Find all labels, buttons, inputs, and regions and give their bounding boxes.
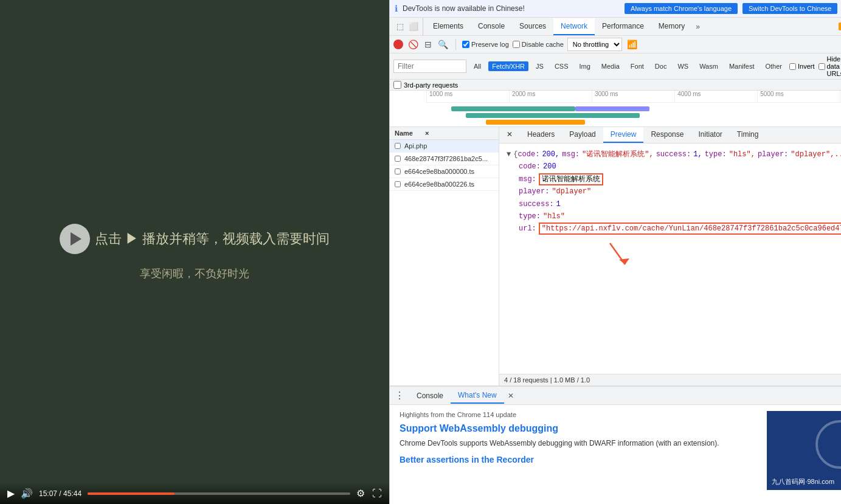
whats-new-image: 九八首码网·98ni.com new bbox=[767, 411, 841, 490]
disable-cache-checkbox[interactable] bbox=[513, 41, 520, 48]
url-highlight: "https://api.nxflv.com/cache/YunLian/468… bbox=[539, 223, 841, 235]
settings-button[interactable]: ⚙ bbox=[356, 488, 365, 499]
msg-highlight: 诺讯智能解析系统 bbox=[539, 173, 603, 185]
tab-memory[interactable]: Memory bbox=[651, 18, 692, 35]
arrow-annotation bbox=[507, 238, 841, 282]
filter-manifest[interactable]: Manifest bbox=[725, 61, 758, 71]
fullscreen-button[interactable]: ⛶ bbox=[372, 488, 382, 499]
info-bar-text: DevTools is now available in Chinese! bbox=[403, 4, 620, 13]
preview-tabs: ✕ Headers Payload Preview Response Initi… bbox=[499, 127, 841, 143]
preserve-log-checkbox[interactable] bbox=[462, 41, 469, 48]
main-panel: Name × Api.php 468e28747f3f72861ba2c5...… bbox=[390, 127, 841, 385]
filter-icon[interactable]: ⊟ bbox=[423, 38, 433, 50]
inspect-icon[interactable]: ⬚ bbox=[395, 20, 406, 33]
ruler-5000: 5000 ms bbox=[757, 91, 840, 102]
search-icon[interactable]: 🔍 bbox=[437, 38, 449, 50]
filter-fetch-xhr[interactable]: Fetch/XHR bbox=[488, 61, 528, 71]
file-list: Name × Api.php 468e28747f3f72861ba2c5...… bbox=[390, 127, 499, 385]
json-toggle[interactable]: ▼ bbox=[507, 148, 511, 161]
tab-elements[interactable]: Elements bbox=[426, 18, 471, 35]
ruler-1000: 1000 ms bbox=[426, 91, 509, 102]
video-title-row: 点击 ▶ 播放并稍等，视频载入需要时间 bbox=[60, 224, 330, 254]
wifi-icon: 📶 bbox=[626, 38, 639, 50]
info-bar: ℹ DevTools is now available in Chinese! … bbox=[390, 0, 841, 18]
img-overlay-text: 九八首码网·98ni.com bbox=[772, 477, 834, 486]
play-button[interactable]: ▶ bbox=[7, 488, 15, 499]
file-item-e664-000[interactable]: e664ce9e8ba000000.ts bbox=[390, 165, 499, 178]
play-icon bbox=[60, 224, 90, 254]
third-party-row: 3rd-party requests bbox=[390, 80, 841, 91]
devtools-tabs: ⬚ ⬜ Elements Console Sources Network Per… bbox=[390, 18, 841, 36]
throttle-select[interactable]: No throttling bbox=[567, 38, 622, 51]
filter-img[interactable]: Img bbox=[576, 61, 594, 71]
json-type-line: type: "hls" bbox=[507, 210, 841, 223]
file-item-api[interactable]: Api.php bbox=[390, 140, 499, 153]
progress-bar[interactable] bbox=[88, 492, 350, 495]
filter-doc[interactable]: Doc bbox=[651, 61, 671, 71]
disable-cache-label: Disable cache bbox=[513, 41, 564, 48]
filter-ws[interactable]: WS bbox=[674, 61, 692, 71]
file-item-468[interactable]: 468e28747f3f72861ba2c5... bbox=[390, 153, 499, 165]
filter-js[interactable]: JS bbox=[532, 61, 547, 71]
tab-console-bottom[interactable]: Console bbox=[409, 388, 451, 403]
invert-label: Invert bbox=[789, 63, 815, 70]
file-checkbox-468[interactable] bbox=[395, 156, 401, 162]
timeline-ruler: 1000 ms 2000 ms 3000 ms 4000 ms 5000 ms … bbox=[426, 91, 841, 103]
feature2-heading: Better assertions in the Recorder bbox=[400, 455, 757, 464]
invert-checkbox[interactable] bbox=[789, 63, 796, 70]
ruler-2000: 2000 ms bbox=[509, 91, 592, 102]
clear-icon[interactable]: 🚫 bbox=[407, 38, 420, 50]
tab-whats-new-close[interactable]: ✕ bbox=[504, 388, 517, 403]
tab-more[interactable]: » bbox=[692, 19, 704, 35]
tab-icons: ⬚ ⬜ bbox=[392, 18, 423, 35]
preview-panel: ✕ Headers Payload Preview Response Initi… bbox=[499, 127, 841, 385]
tab-console[interactable]: Console bbox=[471, 18, 512, 35]
json-msg-line: msg: 诺讯智能解析系统 bbox=[507, 173, 841, 185]
tab-timing[interactable]: Timing bbox=[730, 127, 766, 143]
filter-other[interactable]: Other bbox=[761, 61, 786, 71]
bottom-tabs: ⋮ Console What's New ✕ ✕ bbox=[390, 387, 841, 405]
feature1-desc: Chrome DevTools supports WebAssembly deb… bbox=[400, 438, 757, 449]
video-title: 点击 ▶ 播放并稍等，视频载入需要时间 bbox=[95, 230, 330, 248]
filter-wasm[interactable]: Wasm bbox=[696, 61, 722, 71]
file-checkbox-e664-000[interactable] bbox=[395, 168, 401, 174]
tab-close-preview[interactable]: ✕ bbox=[499, 127, 520, 143]
json-summary-line: ▼ { code: 200, msg: "诺讯智能解析系统", success:… bbox=[507, 148, 841, 161]
filter-row-right: Invert Hide data URLs Has blocked cookie… bbox=[789, 55, 841, 77]
tab-performance[interactable]: Performance bbox=[595, 18, 651, 35]
third-party-checkbox[interactable] bbox=[393, 81, 401, 89]
filter-row: All Fetch/XHR JS CSS Img Media Font Doc … bbox=[390, 54, 841, 80]
video-content: 点击 ▶ 播放并稍等，视频载入需要时间 享受闲暇，不负好时光 bbox=[60, 224, 330, 281]
network-toolbar: 🚫 ⊟ 🔍 Preserve log Disable cache No thro… bbox=[390, 36, 841, 54]
record-button[interactable] bbox=[393, 40, 403, 49]
match-language-button[interactable]: Always match Chrome's language bbox=[625, 3, 738, 14]
bottom-dots-icon[interactable]: ⋮ bbox=[390, 387, 409, 404]
tab-network[interactable]: Network bbox=[553, 18, 595, 35]
tab-sources[interactable]: Sources bbox=[512, 18, 553, 35]
filter-css[interactable]: CSS bbox=[551, 61, 572, 71]
filter-input[interactable] bbox=[393, 60, 466, 73]
file-item-e664-226[interactable]: e664ce9e8ba000226.ts bbox=[390, 178, 499, 191]
tab-badges: ⚠ 1 🚫 3 bbox=[839, 22, 841, 30]
whats-new-content: Highlights from the Chrome 114 update Su… bbox=[390, 405, 841, 504]
tab-initiator[interactable]: Initiator bbox=[691, 127, 729, 143]
filter-media[interactable]: Media bbox=[598, 61, 623, 71]
switch-language-button[interactable]: Switch DevTools to Chinese bbox=[742, 3, 837, 14]
timeline-bars bbox=[426, 104, 841, 126]
volume-button[interactable]: 🔊 bbox=[21, 488, 33, 499]
json-url-line: url: "https://api.nxflv.com/cache/YunLia… bbox=[507, 223, 841, 235]
tl-bar-1 bbox=[451, 106, 575, 111]
ruler-4000: 4000 ms bbox=[674, 91, 757, 102]
tab-headers[interactable]: Headers bbox=[520, 127, 562, 143]
file-checkbox-e664-226[interactable] bbox=[395, 181, 401, 187]
tab-whats-new[interactable]: What's New bbox=[451, 388, 504, 404]
file-checkbox-api[interactable] bbox=[395, 143, 401, 149]
json-success-line: success: 1 bbox=[507, 198, 841, 210]
tab-payload[interactable]: Payload bbox=[562, 127, 603, 143]
filter-all[interactable]: All bbox=[470, 61, 485, 71]
device-icon[interactable]: ⬜ bbox=[407, 20, 420, 33]
tab-preview[interactable]: Preview bbox=[603, 127, 644, 143]
filter-font[interactable]: Font bbox=[627, 61, 648, 71]
tab-response[interactable]: Response bbox=[643, 127, 691, 143]
hide-data-urls-checkbox[interactable] bbox=[819, 63, 825, 70]
